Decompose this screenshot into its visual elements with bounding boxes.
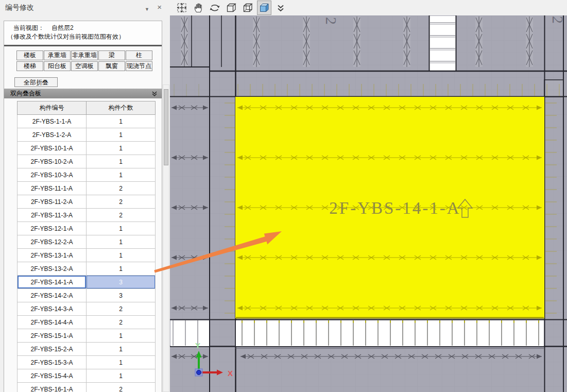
table-row[interactable]: 2F-YBS-14-1-A3 <box>18 276 156 289</box>
table-row[interactable]: 2F-YBS-11-3-A2 <box>18 209 156 222</box>
table-row[interactable]: 2F-YBS-14-3-A2 <box>18 302 156 316</box>
table-row[interactable]: 2F-YBS-11-1-A2 <box>18 182 156 195</box>
component-id-cell[interactable]: 2F-YBS-11-3-A <box>18 209 87 222</box>
component-count-cell[interactable]: 2 <box>87 302 156 316</box>
component-count-cell[interactable]: 1 <box>87 249 156 262</box>
component-id-cell[interactable]: 2F-YBS-11-2-A <box>18 195 87 209</box>
component-count-cell[interactable]: 1 <box>87 235 156 249</box>
table-row[interactable]: 2F-YBS-10-3-A1 <box>18 168 156 182</box>
table-row[interactable]: 2F-YBS-15-1-A1 <box>18 329 156 343</box>
panel-menu-icon[interactable]: ▼ <box>145 5 149 13</box>
component-id-cell[interactable]: 2F-YBS-14-4-A <box>18 316 87 329</box>
component-count-cell[interactable]: 1 <box>87 262 156 276</box>
component-id-cell[interactable]: 2F-YBS-15-3-A <box>18 356 87 369</box>
column-header-component-id[interactable]: 构件编号 <box>18 101 87 115</box>
component-filter-button[interactable]: 空调板 <box>71 61 98 71</box>
column-header-component-count[interactable]: 构件个数 <box>87 101 156 115</box>
component-id-cell[interactable]: 2F-YBS-14-2-A <box>18 289 87 302</box>
component-id-cell[interactable]: 2F-YBS-1-1-A <box>18 115 87 128</box>
section-header-two-way-composite-slab[interactable]: 双向叠合板 <box>4 89 162 98</box>
tool-shaded-view[interactable] <box>257 1 271 15</box>
component-id-cell[interactable]: 2F-YBS-10-2-A <box>18 155 87 168</box>
component-filter-button[interactable]: 楼梯 <box>16 61 43 71</box>
component-id-cell[interactable]: 2F-YBS-14-1-A <box>18 276 87 289</box>
component-count-cell[interactable]: 1 <box>87 329 156 343</box>
table-row[interactable]: 2F-YBS-16-1-A2 <box>18 383 156 392</box>
component-id-cell[interactable]: 2F-YBS-14-3-A <box>18 302 87 316</box>
orbit-icon <box>209 2 221 14</box>
panel-scrollbar-thumb[interactable] <box>164 89 168 165</box>
table-row[interactable]: 2F-YBS-12-1-A1 <box>18 222 156 235</box>
component-id-cell[interactable]: 2F-YBS-1-2-A <box>18 128 87 142</box>
component-filter-button[interactable]: 现浇节点 <box>126 61 152 71</box>
component-count-cell[interactable]: 1 <box>87 128 156 142</box>
component-buttons-row2: 楼梯阳台板空调板飘窗现浇节点 <box>16 61 162 71</box>
current-view-label: 当前视图： <box>13 24 44 31</box>
table-row[interactable]: 2F-YBS-15-3-A1 <box>18 356 156 369</box>
component-id-cell[interactable]: 2F-YBS-12-1-A <box>18 222 87 235</box>
tool-orbit[interactable] <box>208 1 222 15</box>
tool-pan[interactable] <box>191 1 205 15</box>
table-row[interactable]: 2F-YBS-1-2-A1 <box>18 128 156 142</box>
component-count-cell[interactable]: 1 <box>87 222 156 235</box>
component-count-cell[interactable]: 2 <box>87 182 156 195</box>
tool-wireframe-view[interactable] <box>224 1 238 15</box>
table-row[interactable]: 2F-YBS-1-1-A1 <box>18 115 156 128</box>
table-row[interactable]: 2F-YBS-12-2-A1 <box>18 235 156 249</box>
component-filter-button[interactable]: 梁 <box>98 50 125 60</box>
component-count-cell[interactable]: 3 <box>87 276 156 289</box>
component-id-cell[interactable]: 2F-YBS-15-2-A <box>18 343 87 356</box>
collapse-all-button[interactable]: 全部折叠 <box>14 77 58 87</box>
component-count-cell[interactable]: 1 <box>87 115 156 128</box>
component-filter-button[interactable]: 楼板 <box>16 50 43 60</box>
table-row[interactable]: 2F-YBS-11-2-A2 <box>18 195 156 209</box>
component-count-cell[interactable]: 1 <box>87 168 156 182</box>
component-count-cell[interactable]: 3 <box>87 289 156 302</box>
separator <box>4 45 162 46</box>
number-edit-panel: 编号修改 ▼ × 当前视图：自然层2 （修改及个数统计仅对当前视图范围有效） 楼… <box>0 0 170 392</box>
component-id-cell[interactable]: 2F-YBS-13-2-A <box>18 262 87 276</box>
component-filter-button[interactable]: 柱 <box>126 50 152 60</box>
ucs-x-label: X <box>228 369 233 378</box>
component-id-cell[interactable]: 2F-YBS-11-1-A <box>18 182 87 195</box>
panel-title: 编号修改 <box>5 3 34 12</box>
tool-more-tools[interactable] <box>273 1 288 15</box>
table-row[interactable]: 2F-YBS-15-2-A1 <box>18 343 156 356</box>
component-id-cell[interactable]: 2F-YBS-15-1-A <box>18 329 87 343</box>
component-id-cell[interactable]: 2F-YBS-12-2-A <box>18 235 87 249</box>
component-filter-button[interactable]: 非承重墙 <box>71 50 98 60</box>
component-count-cell[interactable]: 2 <box>87 316 156 329</box>
component-filter-button[interactable]: 飘窗 <box>98 61 125 71</box>
tool-zoom-extents[interactable] <box>175 1 189 15</box>
table-row[interactable]: 2F-YBS-13-1-A1 <box>18 249 156 262</box>
component-id-cell[interactable]: 2F-YBS-10-3-A <box>18 168 87 182</box>
section-collapse-icon[interactable] <box>151 91 158 97</box>
component-id-cell[interactable]: 2F-YBS-15-4-A <box>18 369 87 383</box>
component-count-cell[interactable]: 1 <box>87 142 156 155</box>
panel-scrollbar[interactable] <box>163 84 169 392</box>
ucs-origin-grip[interactable] <box>197 370 201 375</box>
plan-view-canvas[interactable]: 2 2 2F-YBS-14-1-A Y X <box>170 15 567 392</box>
table-row[interactable]: 2F-YBS-13-2-A1 <box>18 262 156 276</box>
component-count-cell[interactable]: 1 <box>87 356 156 369</box>
tool-hidden-line-view[interactable] <box>240 1 255 15</box>
component-count-cell[interactable]: 2 <box>87 383 156 392</box>
table-row[interactable]: 2F-YBS-15-4-A1 <box>18 369 156 383</box>
table-row[interactable]: 2F-YBS-14-4-A2 <box>18 316 156 329</box>
panel-close-icon[interactable]: × <box>157 3 162 11</box>
more-tools-icon <box>274 2 287 14</box>
component-id-cell[interactable]: 2F-YBS-13-1-A <box>18 249 87 262</box>
table-row[interactable]: 2F-YBS-10-1-A1 <box>18 142 156 155</box>
component-count-cell[interactable]: 2 <box>87 195 156 209</box>
view-toolbar <box>170 0 567 15</box>
component-count-cell[interactable]: 1 <box>87 343 156 356</box>
table-row[interactable]: 2F-YBS-10-2-A1 <box>18 155 156 168</box>
component-count-cell[interactable]: 1 <box>87 369 156 383</box>
component-count-cell[interactable]: 2 <box>87 209 156 222</box>
table-row[interactable]: 2F-YBS-14-2-A3 <box>18 289 156 302</box>
component-id-cell[interactable]: 2F-YBS-16-1-A <box>18 383 87 392</box>
component-filter-button[interactable]: 承重墙 <box>44 50 71 60</box>
component-filter-button[interactable]: 阳台板 <box>44 61 71 71</box>
component-id-cell[interactable]: 2F-YBS-10-1-A <box>18 142 87 155</box>
component-count-cell[interactable]: 1 <box>87 155 156 168</box>
